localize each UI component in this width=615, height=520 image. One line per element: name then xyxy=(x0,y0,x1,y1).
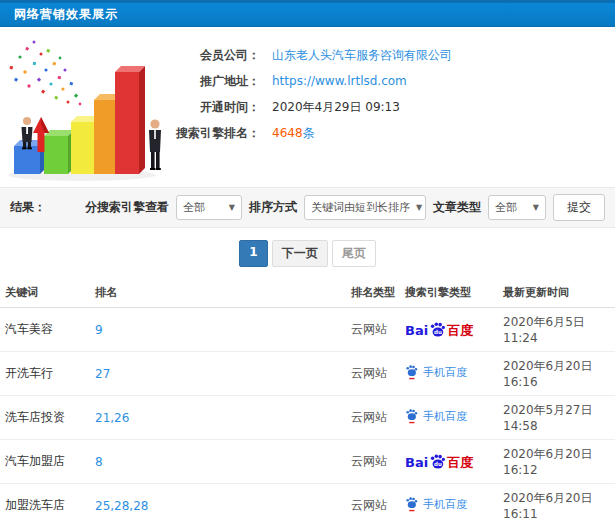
rank-type-cell: 云网站 xyxy=(346,308,400,352)
engine-cell: 手机百度 xyxy=(400,352,498,396)
rank-value: 4648条 xyxy=(272,125,315,142)
mobile-baidu-label: 手机百度 xyxy=(423,497,467,512)
engine-cell: 手机百度 xyxy=(400,484,498,520)
baidu-paw-icon: du xyxy=(429,453,446,470)
mobile-baidu-label: 手机百度 xyxy=(423,409,467,424)
updated-cell: 2020年6月20日 16:12 xyxy=(498,440,615,484)
info-row-company: 会员公司： 山东老人头汽车服务咨询有限公司 xyxy=(168,42,452,68)
rank-cell[interactable]: 25,28,28 xyxy=(90,484,346,520)
page-title: 网络营销效果展示 xyxy=(14,6,118,23)
rank-cell[interactable]: 21,26 xyxy=(90,396,346,440)
engine-cell: Bai du 百度 xyxy=(400,308,498,352)
page-button-current[interactable]: 1 xyxy=(239,240,267,267)
company-link[interactable]: 山东老人头汽车服务咨询有限公司 xyxy=(272,47,452,64)
info-row-opened: 开通时间： 2020年4月29日 09:13 xyxy=(168,94,452,120)
bar-red xyxy=(115,66,145,174)
pagination: 1 下一页 尾页 xyxy=(0,228,615,277)
rank-type-cell: 云网站 xyxy=(346,440,400,484)
table-row: 洗车店投资 21,26 云网站 手机百度 2020年5月27日 14:58 xyxy=(0,396,615,440)
rank-cell[interactable]: 9 xyxy=(90,308,346,352)
engine-filter-label: 分搜索引擎查看 xyxy=(85,199,169,216)
baidu-logo: Bai du 百度 xyxy=(405,321,473,337)
baidu-logo-bai: Bai xyxy=(405,456,428,469)
opened-label: 开通时间： xyxy=(168,99,260,116)
last-page-button[interactable]: 尾页 xyxy=(332,240,376,267)
mobile-baidu-label: 手机百度 xyxy=(423,365,467,380)
bar-green xyxy=(44,130,74,174)
businessman-right xyxy=(149,119,161,170)
result-label: 结果： xyxy=(10,199,46,216)
header-rank-type: 排名类型 xyxy=(346,277,400,308)
promotion-url-link[interactable]: https://www.lrtlsd.com xyxy=(272,74,407,88)
header-keyword: 关键词 xyxy=(0,277,90,308)
opened-value: 2020年4月29日 09:13 xyxy=(272,99,400,116)
header-rank: 排名 xyxy=(90,277,346,308)
sort-label: 排序方式 xyxy=(249,199,297,216)
keyword-cell: 汽车美容 xyxy=(0,308,90,352)
keyword-cell: 汽车加盟店 xyxy=(0,440,90,484)
chevron-down-icon: ▼ xyxy=(410,203,422,212)
bar-chart-illustration xyxy=(0,32,168,184)
engine-select[interactable]: 全部 ▼ xyxy=(176,195,242,220)
rank-cell[interactable]: 8 xyxy=(90,440,346,484)
chevron-down-icon: ▼ xyxy=(223,203,235,212)
mobile-baidu-paw-icon xyxy=(405,496,418,512)
confetti-dots xyxy=(10,41,82,106)
baidu-logo: Bai du 百度 xyxy=(405,453,473,469)
rank-type-cell: 云网站 xyxy=(346,352,400,396)
summary-section: 会员公司： 山东老人头汽车服务咨询有限公司 推广地址： https://www.… xyxy=(0,27,615,187)
info-row-url: 推广地址： https://www.lrtlsd.com xyxy=(168,68,452,94)
submit-button[interactable]: 提交 xyxy=(553,194,605,221)
table-body: 汽车美容 9 云网站 Bai du 百度 2020年6月5日 11:24 开洗车… xyxy=(0,308,615,520)
updated-cell: 2020年6月5日 11:24 xyxy=(498,308,615,352)
rank-count: 4648 xyxy=(272,126,303,140)
table-row: 开洗车行 27 云网站 手机百度 2020年6月20日 16:16 xyxy=(0,352,615,396)
mobile-baidu-badge: 手机百度 xyxy=(405,408,467,424)
rank-unit-link[interactable]: 条 xyxy=(303,126,315,140)
article-type-label: 文章类型 xyxy=(433,199,481,216)
rank-type-cell: 云网站 xyxy=(346,484,400,520)
keyword-cell: 开洗车行 xyxy=(0,352,90,396)
sort-select[interactable]: 关键词由短到长排序 ▼ xyxy=(304,195,426,220)
account-info: 会员公司： 山东老人头汽车服务咨询有限公司 推广地址： https://www.… xyxy=(168,32,452,187)
table-row: 加盟洗车店 25,28,28 云网站 手机百度 2020年6月20日 16:11 xyxy=(0,484,615,520)
table-row: 汽车美容 9 云网站 Bai du 百度 2020年6月5日 11:24 xyxy=(0,308,615,352)
engine-select-value: 全部 xyxy=(183,200,205,215)
baidu-logo-du: du xyxy=(434,461,442,467)
header-updated: 最新更新时间 xyxy=(498,277,615,308)
sort-select-value: 关键词由短到长排序 xyxy=(311,200,410,215)
mobile-baidu-paw-icon xyxy=(405,408,418,424)
chevron-down-icon: ▼ xyxy=(527,203,539,212)
filter-controls: 分搜索引擎查看 全部 ▼ 排序方式 关键词由短到长排序 ▼ 文章类型 全部 ▼ … xyxy=(85,194,605,221)
next-page-button[interactable]: 下一页 xyxy=(272,240,328,267)
updated-cell: 2020年5月27日 14:58 xyxy=(498,396,615,440)
table-header-row: 关键词 排名 排名类型 搜索引擎类型 最新更新时间 xyxy=(0,277,615,308)
table-row: 汽车加盟店 8 云网站 Bai du 百度 2020年6月20日 16:12 xyxy=(0,440,615,484)
baidu-logo-cn: 百度 xyxy=(447,456,473,469)
rank-label: 搜索引擎排名： xyxy=(168,125,260,142)
baidu-paw-icon: du xyxy=(429,321,446,338)
growth-chart-clipart xyxy=(0,32,168,184)
baidu-logo-du: du xyxy=(434,329,442,335)
baidu-logo-bai: Bai xyxy=(405,324,428,337)
filter-bar: 结果： 分搜索引擎查看 全部 ▼ 排序方式 关键词由短到长排序 ▼ 文章类型 全… xyxy=(0,187,615,228)
updated-cell: 2020年6月20日 16:16 xyxy=(498,352,615,396)
engine-cell: 手机百度 xyxy=(400,396,498,440)
article-type-select[interactable]: 全部 ▼ xyxy=(488,195,546,220)
mobile-baidu-badge: 手机百度 xyxy=(405,496,467,512)
top-header: 网络营销效果展示 xyxy=(0,0,615,27)
header-engine-type: 搜索引擎类型 xyxy=(400,277,498,308)
results-table: 关键词 排名 排名类型 搜索引擎类型 最新更新时间 汽车美容 9 云网站 Bai… xyxy=(0,277,615,520)
mobile-baidu-badge: 手机百度 xyxy=(405,364,467,380)
mobile-baidu-paw-icon xyxy=(405,364,418,380)
engine-cell: Bai du 百度 xyxy=(400,440,498,484)
updated-cell: 2020年6月20日 16:11 xyxy=(498,484,615,520)
url-label: 推广地址： xyxy=(168,73,260,90)
rank-cell[interactable]: 27 xyxy=(90,352,346,396)
keyword-cell: 洗车店投资 xyxy=(0,396,90,440)
article-type-select-value: 全部 xyxy=(495,200,517,215)
baidu-logo-cn: 百度 xyxy=(447,324,473,337)
info-row-rank: 搜索引擎排名： 4648条 xyxy=(168,120,452,146)
keyword-cell: 加盟洗车店 xyxy=(0,484,90,520)
rank-type-cell: 云网站 xyxy=(346,396,400,440)
